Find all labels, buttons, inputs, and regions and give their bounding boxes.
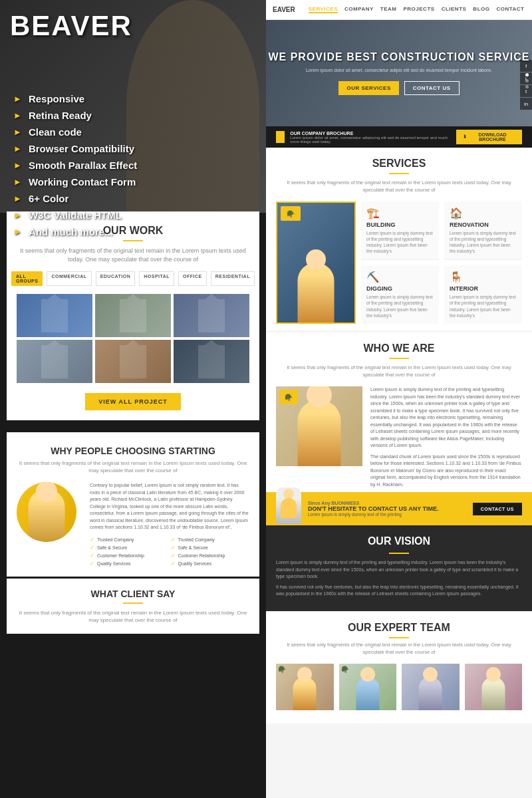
nav-projects[interactable]: PROJECTS — [404, 6, 435, 13]
nav-company[interactable]: COMPANY — [344, 6, 374, 13]
filter-tab-office[interactable]: OFFICE — [178, 271, 207, 286]
member-image-4 — [465, 664, 523, 710]
filter-tab-residential[interactable]: RESIDENTIAL — [211, 271, 255, 286]
who-content: 🪖 Lorem ipsum is simply dummy text of th… — [276, 386, 522, 492]
our-work-description: It seems that only fragments of the orig… — [17, 247, 249, 263]
hero-title: WE PROVIDE BEST CONSTRUCTION SERVICE — [268, 51, 529, 63]
filter-tab-all[interactable]: ALL GROUPS — [11, 271, 43, 286]
view-all-button[interactable]: VIEW ALL PROJECT — [85, 393, 181, 410]
arrow-icon: ► — [13, 110, 22, 120]
cta-content: Since Any BUONNIESS DON'T HESITATE TO CO… — [308, 501, 466, 517]
our-services-button[interactable]: OUR SERVICES — [338, 81, 398, 95]
cta-person-image — [276, 487, 301, 524]
check-icon: ✓ — [171, 561, 176, 567]
nav-clients[interactable]: CLIENTS — [442, 6, 467, 13]
service-card-interior: 🪑 INTERIOR Lorem ipsum is simply dummy t… — [444, 265, 522, 323]
why-description: It seems that only fragments of the orig… — [17, 460, 249, 474]
building-shape — [120, 299, 146, 332]
services-section: SERVICES It seems that only fragments of… — [266, 148, 532, 331]
check-item: ✓Quality Services — [90, 561, 169, 567]
team-title: OUR EXPERT TEAM — [276, 622, 522, 634]
nav-services[interactable]: SERVICES — [309, 6, 338, 13]
why-text-content: Contrary to popular belief, Lorem Ipsum … — [90, 482, 249, 567]
vision-text2: It has survived not only five centuries,… — [276, 584, 522, 598]
cta-contact-button[interactable]: CONTACT US — [473, 503, 522, 515]
building-shape — [198, 345, 225, 378]
service-renovation-text: Lorem ipsum is simply dummy text of the … — [450, 230, 517, 254]
list-item: ►Clean code — [13, 126, 137, 138]
download-brochure-button[interactable]: ⬇ DOWNLOAD BROCHURE — [456, 130, 522, 144]
arrow-icon: ► — [13, 210, 22, 220]
nav-blog[interactable]: BLOG — [473, 6, 489, 13]
filter-tab-hospital[interactable]: HOSPITAL — [139, 271, 174, 286]
building-icon: 🏗️ — [366, 207, 434, 219]
why-person-image — [17, 482, 83, 567]
why-paragraph: Contrary to popular belief, Lorem Ipsum … — [90, 482, 249, 531]
why-section: WHY PEOPLE CHOOSING STARTING It seems th… — [7, 432, 259, 577]
filter-tab-commercial[interactable]: COMMERCIAL — [47, 271, 91, 286]
check-item: ✓Customer Relationship — [171, 553, 250, 559]
member-image-2: 🪖 — [339, 664, 397, 710]
title-divider — [389, 358, 409, 359]
check-item: ✓Safe & Secure — [90, 545, 169, 551]
team-member-2: 🪖 — [339, 664, 397, 714]
nav-team[interactable]: TEAM — [380, 6, 397, 13]
filter-tab-education[interactable]: EDUCATION — [96, 271, 136, 286]
vision-title: OUR VISION — [276, 535, 522, 547]
services-grid: 🪖 🏗️ BUILDING Lorem ipsum is simply dumm… — [276, 201, 522, 324]
work-item-6[interactable] — [174, 340, 249, 383]
brand-title: BEAVER — [10, 10, 132, 42]
team-divider — [389, 637, 409, 638]
work-item-2[interactable] — [95, 294, 171, 337]
list-item: ►Smooth Parallax Effect — [13, 160, 137, 171]
team-description: It seems that only fragments of the orig… — [276, 642, 522, 656]
title-divider — [389, 173, 409, 174]
work-item-3[interactable] — [174, 294, 249, 337]
arrow-icon: ► — [13, 127, 22, 137]
service-digging-label: DIGGING — [366, 285, 434, 292]
brochure-info: OUR COMPANY BROCHURE Lorem ipsum dolor s… — [290, 131, 456, 144]
arrow-icon: ► — [13, 194, 22, 203]
nav-bar: EAVER SERVICES COMPANY TEAM PROJECTS CLI… — [266, 0, 532, 20]
check-item: ✓Safe & Secure — [171, 545, 250, 551]
check-item: ✓Customer Relationship — [90, 553, 169, 559]
client-description: It seems that only fragments of the orig… — [17, 609, 249, 624]
building-shape — [198, 299, 225, 332]
right-panel: EAVER SERVICES COMPANY TEAM PROJECTS CLI… — [266, 0, 532, 798]
service-renovation-label: RENOVATION — [450, 221, 517, 228]
hero-description: Lorem ipsum dolor sit amet, consectetur … — [268, 67, 529, 74]
contact-us-button[interactable]: CONTACT US — [404, 81, 460, 95]
why-checkmarks: ✓Trusted Company ✓Trusted Company ✓Safe … — [90, 537, 249, 567]
work-item-5[interactable] — [95, 340, 171, 383]
title-divider — [123, 602, 143, 604]
services-main-image: 🪖 — [276, 201, 356, 324]
nav-logo: EAVER — [273, 6, 295, 13]
linkedin-icon[interactable]: in — [520, 98, 532, 110]
brochure-left: OUR COMPANY BROCHURE Lorem ipsum dolor s… — [276, 131, 456, 144]
digging-icon: ⛏️ — [366, 271, 434, 283]
work-item-4[interactable] — [17, 340, 92, 383]
arrow-icon: ► — [13, 160, 22, 170]
member-image-1: 🪖 — [276, 664, 334, 710]
list-item: ►6+ Color — [13, 193, 137, 204]
left-panel: BEAVER ►Responsive ►Retina Ready ►Clean … — [0, 0, 266, 798]
nav-contact[interactable]: CONTACT — [496, 6, 524, 13]
vision-section: OUR VISION Lorem ipsum is simply dummy t… — [266, 525, 532, 611]
team-grid: 🪖 🪖 — [276, 664, 522, 714]
person-circle — [17, 482, 76, 542]
brochure-description: Lorem ipsum dolor sit amet, consectetur … — [290, 136, 456, 144]
interior-icon: 🪑 — [450, 271, 517, 283]
service-card-building: 🏗️ BUILDING Lorem ipsum is simply dummy … — [361, 201, 439, 260]
list-item: ►And much more... — [13, 226, 137, 237]
brochure-bar: OUR COMPANY BROCHURE Lorem ipsum dolor s… — [266, 126, 532, 148]
check-item: ✓Trusted Company — [171, 537, 250, 543]
features-list: ►Responsive ►Retina Ready ►Clean code ►B… — [13, 93, 137, 243]
who-image: 🪖 — [276, 386, 362, 466]
cta-small-text: Since Any BUONNIESS — [308, 501, 466, 505]
list-item: ►Working Contact Form — [13, 176, 137, 188]
services-title: SERVICES — [276, 158, 522, 170]
cta-bar: Since Any BUONNIESS DON'T HESITATE TO CO… — [266, 492, 532, 525]
renovation-icon: 🏠 — [450, 207, 517, 219]
work-item-1[interactable] — [17, 294, 92, 337]
building-shape — [41, 299, 68, 332]
